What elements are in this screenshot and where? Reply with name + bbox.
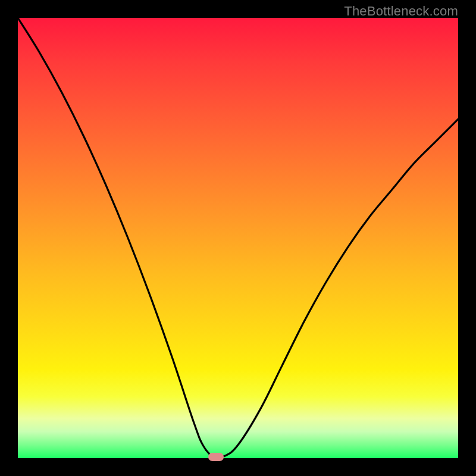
plot-area bbox=[18, 18, 458, 458]
bottleneck-curve bbox=[18, 18, 458, 458]
chart-frame: TheBottleneck.com bbox=[0, 0, 476, 476]
optimal-marker bbox=[208, 453, 224, 461]
curve-path bbox=[18, 18, 458, 457]
watermark-text: TheBottleneck.com bbox=[344, 4, 458, 19]
